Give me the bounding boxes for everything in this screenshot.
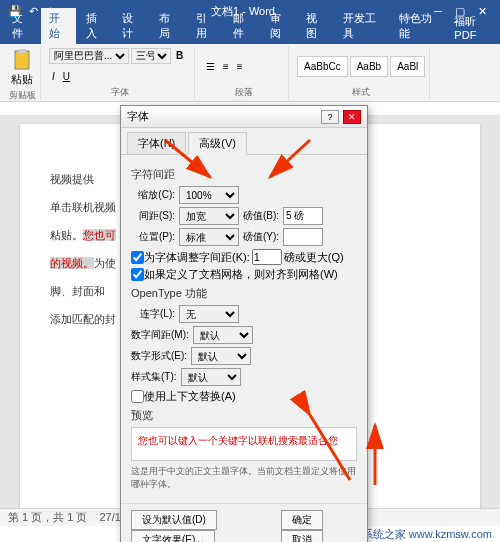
numbering-icon[interactable]: ≡: [220, 59, 232, 74]
scale-select[interactable]: 100%: [179, 186, 239, 204]
numspacing-select[interactable]: 默认: [193, 326, 253, 344]
font-group: 阿里巴巴普... 三号 B I U 字体: [45, 46, 195, 99]
underline-button[interactable]: U: [60, 69, 73, 84]
svg-rect-1: [18, 49, 26, 53]
style-normal[interactable]: AaBbCc: [297, 56, 348, 77]
dialog-buttons: 设为默认值(D) 文字效果(E)... 确定 取消: [121, 503, 367, 542]
styles-group: AaBbCc AaBb AaBl 样式: [293, 46, 430, 99]
text-effects-button[interactable]: 文字效果(E)...: [131, 530, 215, 542]
tab-design[interactable]: 设计: [114, 8, 149, 44]
position-select[interactable]: 标准: [179, 228, 239, 246]
bullets-icon[interactable]: ☰: [203, 59, 218, 74]
tab-special[interactable]: 特色功能: [391, 8, 445, 44]
style-heading1[interactable]: AaBb: [350, 56, 388, 77]
preview-section: 预览: [131, 408, 357, 423]
pound-input[interactable]: [283, 207, 323, 225]
kerning-suffix: 磅或更大(Q): [284, 250, 344, 265]
position-label: 位置(P):: [131, 230, 175, 244]
dialog-tabs: 字体(N) 高级(V): [121, 128, 367, 155]
page-count[interactable]: 第 1 页，共 1 页: [8, 510, 87, 525]
font-dialog: 字体 ? ✕ 字体(N) 高级(V) 字符间距 缩放(C): 100% 间距(S…: [120, 105, 368, 542]
tab-foxit[interactable]: 福昕PDF: [446, 11, 500, 44]
tab-layout[interactable]: 布局: [151, 8, 186, 44]
ok-button[interactable]: 确定: [281, 510, 323, 530]
default-button[interactable]: 设为默认值(D): [131, 510, 217, 530]
pound2-input[interactable]: [283, 228, 323, 246]
spacing-select[interactable]: 加宽: [179, 207, 239, 225]
style-heading2[interactable]: AaBl: [390, 56, 425, 77]
tab-view[interactable]: 视图: [298, 8, 333, 44]
font-family-select[interactable]: 阿里巴巴普...: [49, 48, 129, 64]
paste-button[interactable]: 粘贴: [8, 46, 36, 89]
tab-mailings[interactable]: 邮件: [225, 8, 260, 44]
preview-note: 这是用于中文的正文主题字体。当前文档主题定义将使用哪种字体。: [131, 465, 357, 491]
tab-developer[interactable]: 开发工具: [335, 8, 389, 44]
grid-label: 如果定义了文档网格，则对齐到网格(W): [144, 267, 338, 282]
svg-rect-0: [15, 51, 29, 69]
italic-button[interactable]: I: [49, 69, 58, 84]
paragraph-label: 段落: [203, 86, 284, 99]
bold-button[interactable]: B: [173, 48, 186, 63]
dialog-tab-advanced[interactable]: 高级(V): [188, 132, 247, 155]
dialog-body: 字符间距 缩放(C): 100% 间距(S): 加宽 磅值(B): 位置(P):…: [121, 154, 367, 503]
numspacing-label: 数字间距(M):: [131, 328, 189, 342]
paragraph-group: ☰ ≡ ≡ 段落: [199, 46, 289, 99]
dialog-close-icon[interactable]: ✕: [343, 110, 361, 124]
pound2-label: 磅值(Y):: [243, 230, 279, 244]
dialog-titlebar[interactable]: 字体 ? ✕: [121, 106, 367, 128]
styleset-select[interactable]: 默认: [181, 368, 241, 386]
align-left-icon[interactable]: ≡: [234, 59, 246, 74]
tab-file[interactable]: 文件: [4, 8, 39, 44]
grid-checkbox[interactable]: [131, 268, 144, 281]
font-group-label: 字体: [49, 86, 190, 99]
clipboard-label: 剪贴板: [8, 89, 36, 102]
kerning-value-input[interactable]: [252, 249, 282, 265]
numform-label: 数字形式(E):: [131, 349, 187, 363]
cancel-button[interactable]: 取消: [281, 530, 323, 542]
tab-references[interactable]: 引用: [188, 8, 223, 44]
ribbon: 粘贴 剪贴板 阿里巴巴普... 三号 B I U 字体 ☰ ≡ ≡ 段落 AaB…: [0, 44, 500, 102]
ligature-select[interactable]: 无: [179, 305, 239, 323]
styleset-label: 样式集(T):: [131, 370, 177, 384]
numform-select[interactable]: 默认: [191, 347, 251, 365]
scale-label: 缩放(C):: [131, 188, 175, 202]
dialog-tab-font[interactable]: 字体(N): [127, 132, 186, 155]
tab-home[interactable]: 开始: [41, 8, 76, 44]
styles-label: 样式: [297, 86, 425, 99]
pound-label: 磅值(B):: [243, 209, 279, 223]
tab-insert[interactable]: 插入: [78, 8, 113, 44]
char-spacing-section: 字符间距: [131, 167, 357, 182]
kerning-checkbox[interactable]: [131, 251, 144, 264]
context-checkbox[interactable]: [131, 390, 144, 403]
preview-box: 您也可以键入一个关键字以联机搜索最适合您: [131, 427, 357, 461]
tab-review[interactable]: 审阅: [262, 8, 297, 44]
clipboard-group: 粘贴 剪贴板: [4, 46, 41, 99]
font-size-select[interactable]: 三号: [131, 48, 171, 64]
opentype-section: OpenType 功能: [131, 286, 357, 301]
dialog-help-icon[interactable]: ?: [321, 110, 339, 124]
ligature-label: 连字(L):: [131, 307, 175, 321]
context-label: 使用上下文替换(A): [144, 389, 236, 404]
dialog-title-text: 字体: [127, 109, 320, 124]
kerning-label: 为字体调整字间距(K):: [144, 250, 250, 265]
spacing-label: 间距(S):: [131, 209, 175, 223]
ribbon-tabs: 文件 开始 插入 设计 布局 引用 邮件 审阅 视图 开发工具 特色功能 福昕P…: [0, 22, 500, 44]
